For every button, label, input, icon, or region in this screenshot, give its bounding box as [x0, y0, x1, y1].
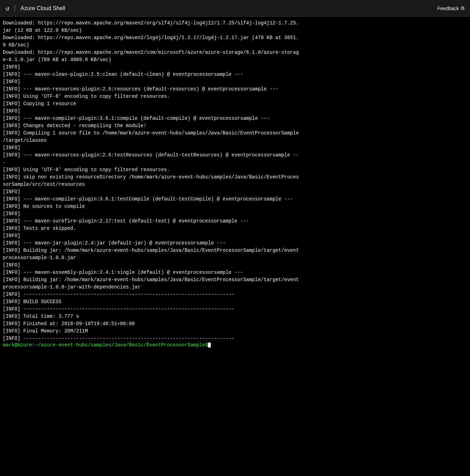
refresh-icon[interactable]: ↺ [6, 5, 9, 12]
prompt-line: mark@Azure:~/azure-event-hubs/samples/Ja… [3, 342, 469, 348]
terminal-output: Downloaded: https://repo.maven.apache.or… [3, 20, 469, 342]
terminal[interactable]: Downloaded: https://repo.maven.apache.or… [0, 17, 470, 476]
external-link-icon: ⧉ [461, 5, 464, 11]
feedback-label: Feedback [438, 6, 459, 11]
titlebar: ↺ | Azure Cloud Shell Feedback ⧉ [0, 0, 470, 17]
titlebar-left: ↺ | Azure Cloud Shell [6, 4, 65, 12]
cursor [208, 343, 211, 347]
feedback-button[interactable]: Feedback ⧉ [438, 5, 464, 11]
app-title: Azure Cloud Shell [21, 5, 65, 12]
divider: | [13, 4, 17, 12]
prompt-path: mark@Azure:~/azure-event-hubs/samples/Ja… [3, 342, 208, 348]
